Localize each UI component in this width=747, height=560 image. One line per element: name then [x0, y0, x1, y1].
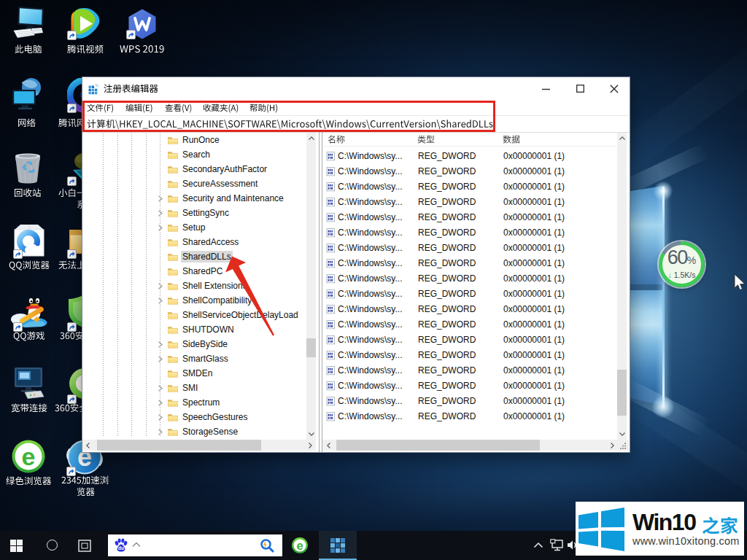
svg-text:e: e — [22, 443, 36, 470]
svg-text:du: du — [118, 545, 124, 551]
svg-text:e: e — [296, 539, 303, 552]
